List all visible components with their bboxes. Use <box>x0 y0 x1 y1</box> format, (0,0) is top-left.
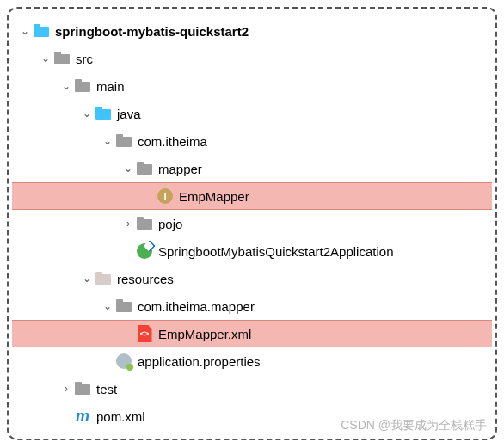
tree-row-app-props[interactable]: › application.properties <box>12 347 492 375</box>
node-label: com.itheima.mapper <box>138 299 255 314</box>
module-folder-icon <box>33 22 50 40</box>
svg-rect-14 <box>137 217 144 221</box>
node-label: src <box>76 52 93 66</box>
tree-row-resources[interactable]: ⌄ resources <box>12 265 492 292</box>
node-label: java <box>117 107 141 121</box>
folder-icon <box>53 50 71 67</box>
tree-row-emp-mapper[interactable]: › I EmpMapper <box>12 182 492 210</box>
node-label: mapper <box>158 162 202 176</box>
tree-row-main[interactable]: ⌄ main <box>12 72 492 100</box>
svg-rect-6 <box>75 79 82 83</box>
svg-rect-12 <box>137 162 144 166</box>
chevron-down-icon[interactable]: ⌄ <box>17 25 33 37</box>
tree-row-pojo[interactable]: › pojo <box>12 210 492 237</box>
chevron-down-icon[interactable]: ⌄ <box>100 135 115 147</box>
chevron-right-icon[interactable]: › <box>120 218 136 230</box>
tree-row-res-package[interactable]: ⌄ com.itheima.mapper <box>12 292 492 320</box>
chevron-down-icon[interactable]: ⌄ <box>79 273 95 285</box>
chevron-down-icon[interactable]: ⌄ <box>79 107 95 120</box>
svg-rect-1 <box>34 24 40 28</box>
chevron-down-icon[interactable]: ⌄ <box>100 300 115 312</box>
tree-row-test[interactable]: › test <box>12 375 492 402</box>
node-label: EmpMapper <box>179 189 249 204</box>
spring-boot-app-icon <box>136 242 153 260</box>
node-label: springboot-mybatis-quickstart2 <box>55 24 249 39</box>
tree-row-src[interactable]: ⌄ src <box>12 45 492 72</box>
package-folder-icon <box>136 160 153 177</box>
resources-folder-icon <box>95 270 112 287</box>
node-label: com.itheima <box>138 134 207 149</box>
tree-row-emp-mapper-xml[interactable]: › <> EmpMapper.xml <box>12 320 492 347</box>
tree-row-java[interactable]: ⌄ java <box>12 100 492 127</box>
chevron-down-icon[interactable]: ⌄ <box>58 80 74 92</box>
chevron-down-icon[interactable]: ⌄ <box>120 163 136 175</box>
tree-row-package-itheima[interactable]: ⌄ com.itheima <box>12 127 492 155</box>
svg-rect-16 <box>95 272 102 276</box>
svg-rect-21 <box>75 382 82 386</box>
properties-file-icon <box>115 353 132 370</box>
node-label: main <box>96 79 125 94</box>
node-label: pom.xml <box>96 409 145 424</box>
chevron-right-icon[interactable]: › <box>58 383 74 395</box>
chevron-down-icon[interactable]: ⌄ <box>38 52 53 64</box>
package-folder-icon <box>115 132 132 150</box>
source-folder-icon <box>95 105 112 122</box>
svg-rect-17 <box>104 278 109 283</box>
package-folder-icon <box>136 215 153 232</box>
xml-file-icon: <> <box>136 325 153 342</box>
folder-icon <box>74 77 91 95</box>
svg-rect-19 <box>116 299 123 304</box>
folder-icon <box>115 298 132 315</box>
node-label: test <box>96 382 117 396</box>
svg-rect-8 <box>95 107 102 111</box>
svg-rect-2 <box>42 30 47 35</box>
node-label: resources <box>117 272 174 286</box>
tree-row-app-class[interactable]: › SpringbootMybatisQuickstart2Applicatio… <box>12 237 492 265</box>
tree-row-pom[interactable]: › m pom.xml <box>12 402 492 430</box>
node-label: application.properties <box>138 354 261 369</box>
svg-rect-10 <box>116 134 123 138</box>
folder-icon <box>74 380 91 397</box>
node-label: EmpMapper.xml <box>158 327 251 341</box>
svg-rect-4 <box>54 52 61 56</box>
node-label: SpringbootMybatisQuickstart2Application <box>158 244 393 259</box>
maven-icon: m <box>74 408 91 425</box>
tree-row-mapper-pkg[interactable]: ⌄ mapper <box>12 155 492 182</box>
tree-row-root[interactable]: ⌄ springboot-mybatis-quickstart2 <box>12 17 492 45</box>
interface-icon: I <box>157 187 174 205</box>
node-label: pojo <box>158 217 182 231</box>
